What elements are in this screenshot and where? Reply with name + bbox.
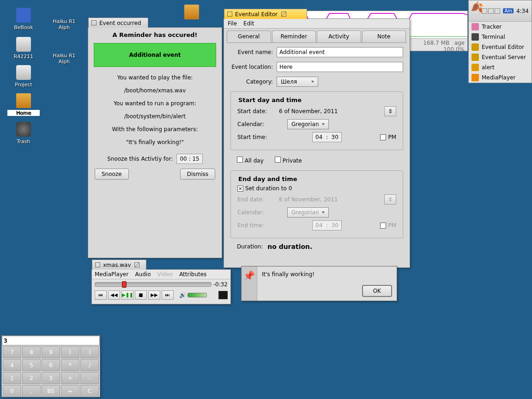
calc-key-C[interactable]: C	[80, 385, 99, 397]
app-icon	[472, 54, 479, 61]
run-program-path: /boot/system/bin/alert	[92, 113, 218, 120]
run-program-label: You wanted to run a program:	[92, 100, 218, 107]
prev-button[interactable]: ◀◀	[108, 290, 120, 300]
vu-meter	[218, 291, 228, 299]
alert-message: It's finally working!	[262, 271, 392, 278]
calc-key-=[interactable]: =	[61, 385, 79, 397]
stop-button[interactable]: ■	[135, 290, 147, 300]
calc-key-5[interactable]: 5	[22, 359, 41, 371]
icon-label: Haiku R1 Alph	[48, 18, 80, 30]
snooze-spinner[interactable]: 00 : 15	[176, 154, 202, 164]
icon-label: Haiku R1 Alph	[48, 53, 80, 65]
skip-fwd-button[interactable]: ⏭	[162, 290, 174, 300]
deskbar-item-eventual-server[interactable]: Eventual Server	[469, 52, 532, 62]
end-calendar-label: Calendar:	[237, 209, 279, 216]
pm-checkbox[interactable]	[380, 134, 386, 140]
calc-display[interactable]: 3	[2, 336, 100, 345]
zoom-icon[interactable]	[134, 262, 139, 267]
deskbar-item-alert[interactable]: alert	[469, 62, 532, 73]
close-icon[interactable]	[91, 20, 97, 25]
deskbar-item-label: MediaPlayer	[482, 74, 515, 81]
volume-slider[interactable]	[187, 293, 207, 297]
menu-audio[interactable]: Audio	[135, 271, 151, 278]
ok-button[interactable]: OK	[362, 285, 392, 297]
calc-key--[interactable]: -	[80, 372, 99, 384]
private-label: Private	[283, 157, 302, 164]
dismiss-button[interactable]: Dismiss	[180, 169, 215, 180]
desktop-icon-r42211[interactable]: R42211	[7, 37, 40, 60]
skip-back-button[interactable]: ⏮	[95, 290, 107, 300]
calc-key-.[interactable]: .	[22, 385, 41, 397]
tray-icons[interactable]	[482, 8, 500, 14]
desktop-icon-haiku2[interactable]: Haiku R1 Alph	[48, 53, 80, 65]
chevron-down-icon	[322, 123, 325, 125]
tab-activity[interactable]: Activity	[317, 30, 361, 42]
desktop-icon-home[interactable]: Home	[7, 93, 40, 116]
menu-file[interactable]: File	[228, 20, 237, 27]
params-value: "It's finally working!"	[92, 139, 218, 145]
calc-key-+[interactable]: +	[61, 372, 79, 384]
snooze-button[interactable]: Snooze	[95, 169, 129, 180]
calc-key-*[interactable]: *	[61, 359, 79, 371]
media-titlebar[interactable]: xmas.wav	[92, 260, 146, 270]
deskbar-item-tracker[interactable]: Tracker	[469, 22, 532, 32]
calc-key-2[interactable]: 2	[22, 372, 41, 384]
calc-key-6[interactable]: 6	[42, 359, 60, 371]
end-time-label: End time:	[237, 222, 279, 229]
calc-key-)[interactable]: )	[80, 346, 99, 358]
menu-edit[interactable]: Edit	[243, 20, 254, 27]
calc-key-0[interactable]: 0	[3, 385, 21, 397]
calc-key-([interactable]: (	[61, 346, 79, 358]
seek-slider[interactable]	[95, 282, 212, 287]
event-name-pill: Additional event	[94, 43, 216, 67]
event-location-input[interactable]	[277, 62, 403, 72]
private-option[interactable]: Private	[275, 157, 302, 164]
event-name-input[interactable]	[277, 47, 403, 57]
event-name-label: Event name:	[230, 49, 277, 55]
menu-mediaplayer[interactable]: MediaPlayer	[95, 271, 128, 278]
start-time-spinner[interactable]: 04 : 30	[312, 132, 342, 142]
desktop-icon-trash[interactable]: Trash	[7, 122, 40, 145]
deskbar-item-terminal[interactable]: Terminal	[469, 32, 532, 42]
calc-key-BS[interactable]: BS	[42, 385, 60, 397]
close-icon[interactable]	[95, 262, 100, 267]
calc-key-/[interactable]: /	[80, 359, 99, 371]
end-calendar-value: Gregorian	[291, 209, 319, 216]
menu-attributes[interactable]: Attributes	[179, 271, 206, 278]
all-day-option[interactable]: All day	[237, 157, 264, 164]
tab-note[interactable]: Note	[362, 30, 406, 42]
calendar-dropdown[interactable]: Gregorian	[287, 119, 329, 129]
seek-knob[interactable]	[122, 281, 127, 288]
calendar-button[interactable]: ⇕	[384, 106, 396, 116]
close-icon[interactable]	[227, 12, 232, 17]
calc-key-7[interactable]: 7	[3, 346, 21, 358]
calc-key-3[interactable]: 3	[42, 372, 60, 384]
deskbar-item-eventual-editor[interactable]: Eventual Editor	[469, 42, 532, 52]
editor-titlebar[interactable]: Eventual Editor	[224, 9, 307, 19]
desktop-icon-bebook[interactable]: BeBook	[7, 8, 40, 30]
tab-reminder[interactable]: Reminder	[272, 30, 316, 42]
clock[interactable]: 4:34	[516, 8, 529, 14]
window-title: Eventual Editor	[235, 11, 278, 18]
private-checkbox[interactable]	[275, 157, 281, 163]
reminder-titlebar[interactable]: Event occurred	[88, 18, 148, 28]
tab-general[interactable]: General	[227, 30, 271, 42]
set-duration-checkbox[interactable]: ✕	[237, 186, 243, 192]
desktop-icon-project[interactable]: Project	[7, 65, 40, 88]
calc-key-1[interactable]: 1	[3, 372, 21, 384]
zoom-icon[interactable]	[281, 12, 286, 17]
category-dropdown[interactable]: Шеля	[277, 77, 318, 87]
desktop-icon-haiku1[interactable]: Haiku R1 Alph	[48, 18, 80, 30]
snooze-minutes: 15	[192, 156, 199, 162]
duration-value: no duration.	[267, 243, 312, 250]
calc-key-9[interactable]: 9	[42, 346, 60, 358]
deskbar-item-mediaplayer[interactable]: MediaPlayer	[469, 73, 532, 83]
deskbar-header[interactable]: 🍂 Am 4:34	[469, 0, 532, 22]
calc-key-4[interactable]: 4	[3, 359, 21, 371]
play-pause-button[interactable]: ▶❚❚	[121, 290, 133, 300]
next-button[interactable]: ▶▶	[148, 290, 160, 300]
all-day-checkbox[interactable]	[237, 157, 243, 163]
calc-key-8[interactable]: 8	[22, 346, 41, 358]
leaf-icon[interactable]: 🍂	[471, 1, 483, 13]
desktop-icon-folder[interactable]	[175, 5, 208, 21]
